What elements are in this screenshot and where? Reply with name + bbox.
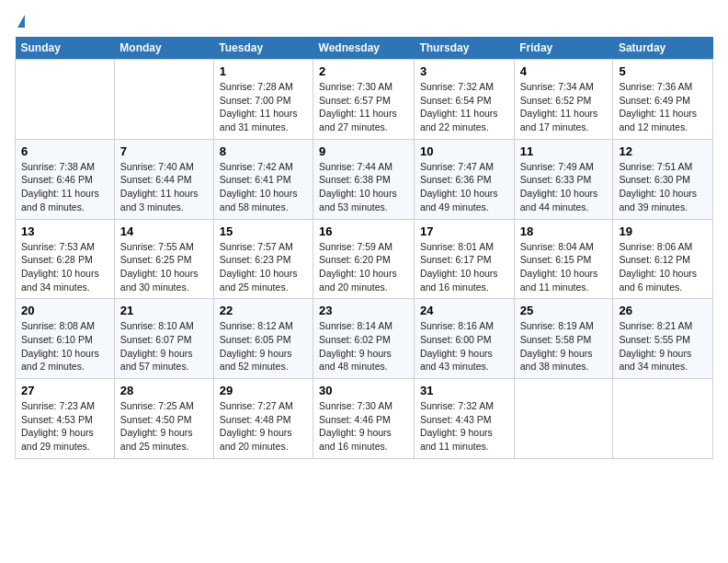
cell-text: Sunrise: 7:49 AMSunset: 6:33 PMDaylight:… — [520, 160, 608, 214]
calendar-cell: 21Sunrise: 8:10 AMSunset: 6:07 PMDayligh… — [114, 299, 213, 379]
cell-text: Sunrise: 7:42 AMSunset: 6:41 PMDaylight:… — [220, 160, 307, 214]
cell-text: Sunrise: 8:19 AMSunset: 5:58 PMDaylight:… — [520, 319, 608, 373]
weekday-header-saturday: Saturday — [613, 37, 713, 60]
cell-text: Sunrise: 7:27 AMSunset: 4:48 PMDaylight:… — [220, 399, 307, 454]
cell-text: Sunrise: 7:34 AMSunset: 6:52 PMDaylight:… — [520, 80, 608, 134]
calendar-week-row: 13Sunrise: 7:53 AMSunset: 6:28 PMDayligh… — [16, 219, 713, 299]
day-number: 30 — [319, 384, 408, 397]
day-number: 13 — [21, 224, 108, 238]
cell-text: Sunrise: 7:55 AMSunset: 6:25 PMDaylight:… — [120, 240, 208, 294]
calendar-cell: 6Sunrise: 7:38 AMSunset: 6:46 PMDaylight… — [16, 139, 115, 219]
calendar-cell: 24Sunrise: 8:16 AMSunset: 6:00 PMDayligh… — [414, 299, 514, 379]
day-number: 14 — [120, 224, 208, 238]
day-number: 31 — [420, 384, 508, 397]
day-number: 8 — [220, 144, 307, 158]
weekday-header-friday: Friday — [514, 37, 613, 60]
calendar-week-row: 20Sunrise: 8:08 AMSunset: 6:10 PMDayligh… — [16, 299, 713, 379]
weekday-header-tuesday: Tuesday — [213, 37, 313, 60]
cell-text: Sunrise: 7:38 AMSunset: 6:46 PMDaylight:… — [21, 160, 108, 214]
day-number: 18 — [520, 224, 608, 238]
calendar-week-row: 27Sunrise: 7:23 AMSunset: 4:53 PMDayligh… — [16, 379, 713, 459]
day-number: 5 — [619, 64, 707, 78]
weekday-header-sunday: Sunday — [16, 37, 115, 60]
day-number: 15 — [220, 224, 307, 238]
cell-text: Sunrise: 8:08 AMSunset: 6:10 PMDaylight:… — [21, 319, 108, 373]
cell-text: Sunrise: 7:36 AMSunset: 6:49 PMDaylight:… — [619, 80, 707, 134]
day-number: 2 — [319, 64, 408, 78]
calendar-cell: 18Sunrise: 8:04 AMSunset: 6:15 PMDayligh… — [514, 219, 613, 299]
day-number: 1 — [220, 64, 307, 78]
day-number: 7 — [120, 144, 208, 158]
calendar-cell: 20Sunrise: 8:08 AMSunset: 6:10 PMDayligh… — [16, 299, 115, 379]
cell-text: Sunrise: 7:47 AMSunset: 6:36 PMDaylight:… — [420, 160, 508, 214]
calendar-cell: 10Sunrise: 7:47 AMSunset: 6:36 PMDayligh… — [414, 139, 514, 219]
calendar-cell: 8Sunrise: 7:42 AMSunset: 6:41 PMDaylight… — [213, 139, 313, 219]
cell-text: Sunrise: 8:10 AMSunset: 6:07 PMDaylight:… — [120, 319, 208, 373]
day-number: 11 — [520, 144, 608, 158]
day-number: 20 — [21, 304, 108, 317]
calendar-week-row: 1Sunrise: 7:28 AMSunset: 7:00 PMDaylight… — [16, 60, 713, 140]
logo-triangle-icon — [17, 15, 25, 28]
calendar-cell: 29Sunrise: 7:27 AMSunset: 4:48 PMDayligh… — [213, 379, 313, 459]
calendar-cell: 31Sunrise: 7:32 AMSunset: 4:43 PMDayligh… — [414, 379, 514, 459]
calendar-cell — [16, 60, 115, 140]
day-number: 22 — [220, 304, 307, 317]
calendar-cell: 17Sunrise: 8:01 AMSunset: 6:17 PMDayligh… — [414, 219, 514, 299]
day-number: 23 — [319, 304, 408, 317]
calendar-cell: 13Sunrise: 7:53 AMSunset: 6:28 PMDayligh… — [16, 219, 115, 299]
calendar-cell: 30Sunrise: 7:30 AMSunset: 4:46 PMDayligh… — [313, 379, 415, 459]
cell-text: Sunrise: 7:44 AMSunset: 6:38 PMDaylight:… — [319, 160, 408, 214]
cell-text: Sunrise: 7:25 AMSunset: 4:50 PMDaylight:… — [120, 399, 208, 454]
calendar-week-row: 6Sunrise: 7:38 AMSunset: 6:46 PMDaylight… — [16, 139, 713, 219]
calendar-cell: 11Sunrise: 7:49 AMSunset: 6:33 PMDayligh… — [514, 139, 613, 219]
cell-text: Sunrise: 8:21 AMSunset: 5:55 PMDaylight:… — [619, 319, 707, 373]
cell-text: Sunrise: 7:32 AMSunset: 4:43 PMDaylight:… — [420, 399, 508, 454]
day-number: 6 — [21, 144, 108, 158]
calendar-cell: 23Sunrise: 8:14 AMSunset: 6:02 PMDayligh… — [313, 299, 415, 379]
calendar-cell: 25Sunrise: 8:19 AMSunset: 5:58 PMDayligh… — [514, 299, 613, 379]
calendar-cell: 1Sunrise: 7:28 AMSunset: 7:00 PMDaylight… — [213, 60, 313, 140]
day-number: 16 — [319, 224, 408, 238]
weekday-header-wednesday: Wednesday — [313, 37, 415, 60]
calendar-cell: 5Sunrise: 7:36 AMSunset: 6:49 PMDaylight… — [613, 60, 713, 140]
calendar-cell: 16Sunrise: 7:59 AMSunset: 6:20 PMDayligh… — [313, 219, 415, 299]
calendar-cell — [114, 60, 213, 140]
calendar-cell: 15Sunrise: 7:57 AMSunset: 6:23 PMDayligh… — [213, 219, 313, 299]
cell-text: Sunrise: 7:40 AMSunset: 6:44 PMDaylight:… — [120, 160, 208, 214]
cell-text: Sunrise: 7:30 AMSunset: 4:46 PMDaylight:… — [319, 399, 408, 454]
calendar-cell: 28Sunrise: 7:25 AMSunset: 4:50 PMDayligh… — [114, 379, 213, 459]
day-number: 12 — [619, 144, 707, 158]
cell-text: Sunrise: 8:01 AMSunset: 6:17 PMDaylight:… — [420, 240, 508, 294]
cell-text: Sunrise: 8:16 AMSunset: 6:00 PMDaylight:… — [420, 319, 508, 373]
day-number: 25 — [520, 304, 608, 317]
day-number: 4 — [520, 64, 608, 78]
calendar-cell: 3Sunrise: 7:32 AMSunset: 6:54 PMDaylight… — [414, 60, 514, 140]
calendar-cell — [613, 379, 713, 459]
day-number: 9 — [319, 144, 408, 158]
cell-text: Sunrise: 7:30 AMSunset: 6:57 PMDaylight:… — [319, 80, 408, 134]
cell-text: Sunrise: 7:23 AMSunset: 4:53 PMDaylight:… — [21, 399, 108, 454]
calendar-cell: 4Sunrise: 7:34 AMSunset: 6:52 PMDaylight… — [514, 60, 613, 140]
cell-text: Sunrise: 8:04 AMSunset: 6:15 PMDaylight:… — [520, 240, 608, 294]
day-number: 10 — [420, 144, 508, 158]
calendar-cell: 26Sunrise: 8:21 AMSunset: 5:55 PMDayligh… — [613, 299, 713, 379]
cell-text: Sunrise: 7:51 AMSunset: 6:30 PMDaylight:… — [619, 160, 707, 214]
cell-text: Sunrise: 8:14 AMSunset: 6:02 PMDaylight:… — [319, 319, 408, 373]
weekday-header-monday: Monday — [114, 37, 213, 60]
cell-text: Sunrise: 7:28 AMSunset: 7:00 PMDaylight:… — [220, 80, 307, 134]
calendar-cell: 2Sunrise: 7:30 AMSunset: 6:57 PMDaylight… — [313, 60, 415, 140]
day-number: 28 — [120, 384, 208, 397]
calendar-cell: 14Sunrise: 7:55 AMSunset: 6:25 PMDayligh… — [114, 219, 213, 299]
day-number: 17 — [420, 224, 508, 238]
cell-text: Sunrise: 7:57 AMSunset: 6:23 PMDaylight:… — [220, 240, 307, 294]
calendar-cell: 19Sunrise: 8:06 AMSunset: 6:12 PMDayligh… — [613, 219, 713, 299]
day-number: 3 — [420, 64, 508, 78]
day-number: 19 — [619, 224, 707, 238]
calendar-table: SundayMondayTuesdayWednesdayThursdayFrid… — [15, 37, 713, 459]
calendar-cell: 27Sunrise: 7:23 AMSunset: 4:53 PMDayligh… — [16, 379, 115, 459]
day-number: 27 — [21, 384, 108, 397]
calendar-cell: 22Sunrise: 8:12 AMSunset: 6:05 PMDayligh… — [213, 299, 313, 379]
day-number: 21 — [120, 304, 208, 317]
cell-text: Sunrise: 8:06 AMSunset: 6:12 PMDaylight:… — [619, 240, 707, 294]
cell-text: Sunrise: 7:32 AMSunset: 6:54 PMDaylight:… — [420, 80, 508, 134]
